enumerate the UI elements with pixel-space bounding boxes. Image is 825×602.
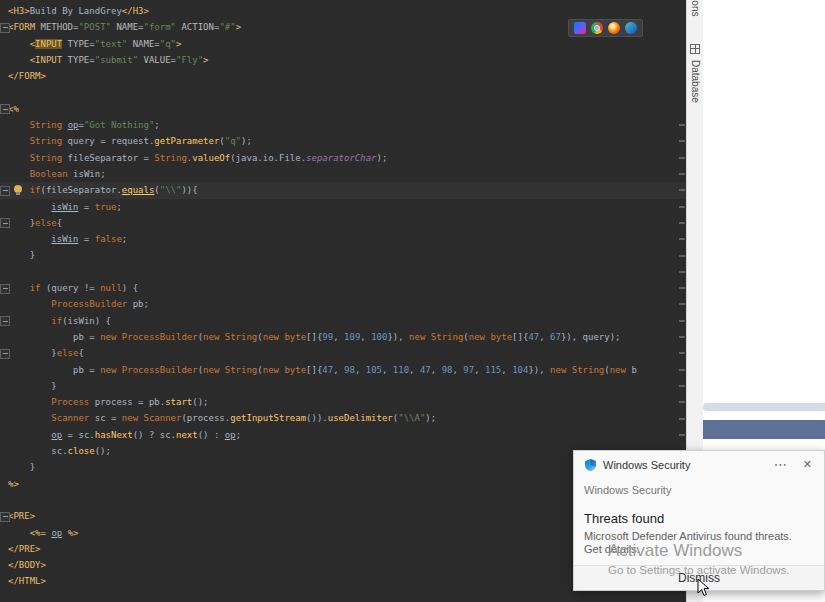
scrollbar-analysis-mark (679, 189, 685, 191)
scrollbar-analysis-mark (679, 206, 685, 208)
chrome-icon[interactable] (591, 22, 603, 34)
toast-title: Threats found (574, 496, 824, 526)
firefox-icon[interactable] (608, 22, 620, 34)
scrollbar-analysis-mark (679, 173, 685, 175)
code-line[interactable]: if (query != null) { (0, 280, 686, 296)
scrollbar-analysis-mark (679, 401, 685, 403)
scrollbar-analysis-mark (679, 320, 685, 322)
scrollbar-analysis-mark (679, 222, 685, 224)
code-line[interactable]: ProcessBuilder pb; (0, 296, 686, 312)
toast-subtitle: Windows Security (574, 472, 824, 496)
code-line[interactable]: pb = new ProcessBuilder(new String(new b… (0, 362, 686, 378)
fold-marker-icon[interactable] (0, 349, 10, 359)
builtin-preview-icon[interactable] (574, 22, 586, 34)
scrollbar-analysis-mark (679, 238, 685, 240)
code-line[interactable]: String fileSeparator = String.valueOf(ja… (0, 150, 686, 166)
background-window-bar-blue (703, 420, 825, 439)
fold-marker-icon[interactable] (0, 284, 10, 294)
scrollbar-analysis-mark (679, 385, 685, 387)
scrollbar-analysis-mark (679, 434, 685, 436)
code-line[interactable]: }else{ (0, 215, 686, 231)
toast-app-title: Windows Security (603, 459, 766, 471)
scrollbar-analysis-mark (679, 418, 685, 420)
more-options-icon[interactable]: ⋯ (766, 457, 795, 472)
dismiss-button[interactable]: Dismiss (574, 565, 824, 590)
close-icon[interactable]: ✕ (795, 458, 816, 471)
fold-marker-icon[interactable] (0, 316, 10, 326)
code-line[interactable] (0, 84, 686, 100)
fold-marker-icon[interactable] (0, 186, 10, 196)
code-line[interactable]: String query = request.getParameter("q")… (0, 133, 686, 149)
tool-window-notifications[interactable]: Notifications (690, 0, 701, 16)
code-line[interactable]: Process process = pb.start(); (0, 394, 686, 410)
browser-preview-toolbar (568, 19, 643, 37)
code-line[interactable]: Boolean isWin; (0, 166, 686, 182)
code-line[interactable]: <INPUT TYPE="submit" VALUE="Fly"> (0, 52, 686, 68)
fold-marker-icon[interactable] (0, 218, 10, 228)
code-line[interactable] (0, 264, 686, 280)
code-line[interactable]: }else{ (0, 345, 686, 361)
code-line[interactable]: op = sc.hasNext() ? sc.next() : op; (0, 427, 686, 443)
code-line[interactable]: pb = new ProcessBuilder(new String(new b… (0, 329, 686, 345)
fold-marker-icon[interactable] (0, 512, 10, 522)
windows-security-shield-icon (584, 458, 597, 472)
fold-marker-icon[interactable] (0, 104, 10, 114)
windows-security-toast: Windows Security ⋯ ✕ Windows Security Th… (573, 450, 825, 591)
code-line[interactable]: <% (0, 101, 686, 117)
code-line[interactable]: isWin = false; (0, 231, 686, 247)
scrollbar-analysis-mark (679, 124, 685, 126)
scrollbar-analysis-mark (679, 287, 685, 289)
scrollbar-analysis-mark (679, 336, 685, 338)
fold-marker-icon[interactable] (0, 23, 10, 33)
code-line[interactable]: } (0, 378, 686, 394)
scrollbar-analysis-mark (679, 255, 685, 257)
toast-header: Windows Security ⋯ ✕ (574, 451, 824, 472)
scrollbar-analysis-mark (679, 303, 685, 305)
code-line[interactable]: <H3>Build By LandGrey</H3> (0, 3, 686, 19)
scrollbar-analysis-mark (679, 271, 685, 273)
scrollbar-analysis-mark (679, 157, 685, 159)
code-line[interactable]: } (0, 247, 686, 263)
scrollbar-analysis-mark (679, 369, 685, 371)
scrollbar-analysis-mark (679, 352, 685, 354)
tool-window-database[interactable]: Database (690, 60, 701, 103)
code-line[interactable]: Scanner sc = new Scanner(process.getInpu… (0, 410, 686, 426)
code-line[interactable]: String op="Got Nothing"; (0, 117, 686, 133)
scrollbar-analysis-mark (679, 140, 685, 142)
code-line[interactable]: isWin = true; (0, 199, 686, 215)
toast-body: Microsoft Defender Antivirus found threa… (574, 526, 812, 556)
code-line[interactable]: </FORM> (0, 68, 686, 84)
database-icon[interactable] (690, 44, 700, 54)
background-window-bar-light (703, 403, 825, 411)
edge-icon[interactable] (625, 22, 637, 34)
code-line[interactable]: <INPUT TYPE="text" NAME="q"> (0, 36, 686, 52)
dismiss-label: Dismiss (678, 571, 720, 585)
code-line[interactable]: if(isWin) { (0, 313, 686, 329)
code-line[interactable]: if(fileSeparator.equals("\\")){ (0, 182, 686, 198)
